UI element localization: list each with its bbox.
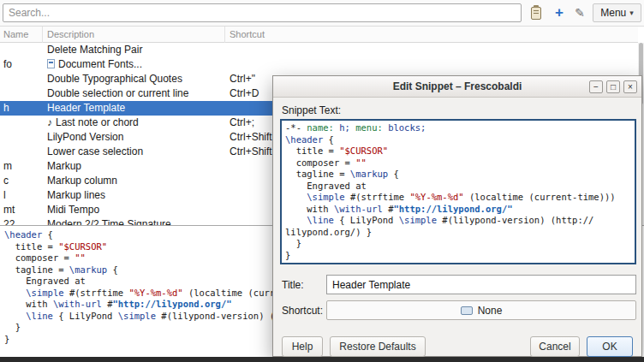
menu-button[interactable]: Menu ▾ [593,3,641,22]
edit-snippet-dialog: Edit Snippet – Frescobaldi − □ × Snippet… [272,75,642,357]
window-bottom-edge [0,357,644,362]
help-button[interactable]: Help [282,336,323,357]
document-icon [47,59,55,68]
table-header: Name Description Shortcut [0,27,638,43]
close-icon: × [628,82,633,92]
toolbar: + ✎ Menu ▾ [0,0,644,27]
table-row[interactable]: foDocument Fonts... [0,57,638,72]
shortcut-button[interactable]: None [326,300,636,320]
paste-snippet-button[interactable] [526,3,546,22]
chevron-down-icon: ▾ [629,9,634,17]
pencil-icon: ✎ [575,6,585,20]
column-header-name[interactable]: Name [0,27,43,43]
snippet-manager-window: + ✎ Menu ▾ Name Description Shortcut Del… [0,0,644,362]
add-snippet-button[interactable]: + [549,3,569,22]
window-controls: − □ × [589,80,637,93]
column-header-shortcut[interactable]: Shortcut [225,27,636,43]
ok-button[interactable]: OK [587,336,633,357]
restore-defaults-button[interactable]: Restore Defaults [330,336,426,357]
plus-icon: + [555,4,564,21]
shortcut-value: None [478,305,503,317]
search-input[interactable] [3,3,522,22]
table-row[interactable]: Delete Matching Pair [0,43,638,57]
menu-button-label: Menu [600,7,626,19]
maximize-icon: □ [611,82,616,92]
title-field[interactable] [326,275,636,294]
close-button[interactable]: × [623,80,637,93]
shortcut-label: Shortcut: [282,305,323,317]
clipboard-icon [531,7,541,20]
snippet-text-editor[interactable]: -*- name: h; menu: blocks;\header { titl… [280,119,636,264]
title-label: Title: [282,279,304,291]
edit-snippet-button[interactable]: ✎ [569,3,590,22]
dialog-titlebar[interactable]: Edit Snippet – Frescobaldi [273,76,641,98]
keyboard-icon [461,306,473,315]
music-note-icon: ♪ [47,116,52,128]
dialog-title: Edit Snippet – Frescobaldi [393,80,522,92]
maximize-button[interactable]: □ [606,80,620,93]
column-header-description[interactable]: Description [43,27,225,43]
snippet-text-label: Snippet Text: [282,104,341,116]
minimize-icon: − [593,82,599,92]
minimize-button[interactable]: − [589,80,603,93]
cancel-button[interactable]: Cancel [530,336,580,357]
